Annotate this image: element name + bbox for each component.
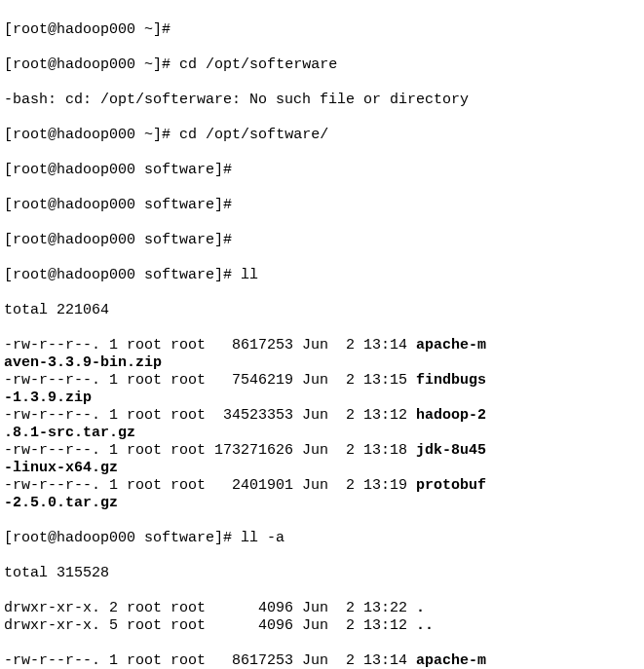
prompt-line[interactable]: [root@hadoop000 software]# [4,232,640,249]
file-name: hadoop-2 [416,407,486,424]
file-entry: -rw-r--r--. 1 root root 173271626 Jun 2 … [4,442,640,460]
file-name: . [416,600,425,616]
file-entry: -rw-r--r--. 1 root root 8617253 Jun 2 13… [4,337,640,354]
file-name: .. [416,617,434,634]
file-name: findbugs [416,372,486,389]
file-name-wrap: -linux-x64.gz [4,460,640,477]
prompt-line[interactable]: [root@hadoop000 software]# ll -a [4,530,640,547]
file-name-wrap: -2.5.0.tar.gz [4,495,640,512]
error-line: -bash: cd: /opt/softerware: No such file… [4,92,640,109]
file-name-wrap: -1.3.9.zip [4,390,640,407]
file-name: apache-m [416,337,486,353]
prompt-line[interactable]: [root@hadoop000 ~]# cd /opt/software/ [4,127,640,144]
file-entry: -rw-r--r--. 1 root root 2401901 Jun 2 13… [4,477,640,495]
prompt-line[interactable]: [root@hadoop000 software]# ll [4,267,640,284]
prompt-line[interactable]: [root@hadoop000 ~]# [4,21,640,39]
file-name: jdk-8u45 [416,442,486,459]
dir-entry: drwxr-xr-x. 2 root root 4096 Jun 2 13:22… [4,600,640,617]
file-name-wrap: aven-3.3.9-bin.zip [4,354,640,372]
terminal-output: [root@hadoop000 ~]# [root@hadoop000 ~]# … [0,0,644,669]
file-name-wrap: .8.1-src.tar.gz [4,425,640,442]
total-line: total 315528 [4,565,640,582]
prompt-line[interactable]: [root@hadoop000 software]# [4,197,640,214]
file-entry: -rw-r--r--. 1 root root 8617253 Jun 2 13… [4,652,640,669]
prompt-line[interactable]: [root@hadoop000 ~]# cd /opt/softerware [4,56,640,74]
file-name: protobuf [416,477,486,494]
prompt-line[interactable]: [root@hadoop000 software]# [4,162,640,179]
total-line: total 221064 [4,302,640,319]
file-entry: -rw-r--r--. 1 root root 7546219 Jun 2 13… [4,372,640,390]
file-name: apache-m [416,652,486,669]
dir-entry: drwxr-xr-x. 5 root root 4096 Jun 2 13:12… [4,617,640,635]
file-entry: -rw-r--r--. 1 root root 34523353 Jun 2 1… [4,407,640,425]
